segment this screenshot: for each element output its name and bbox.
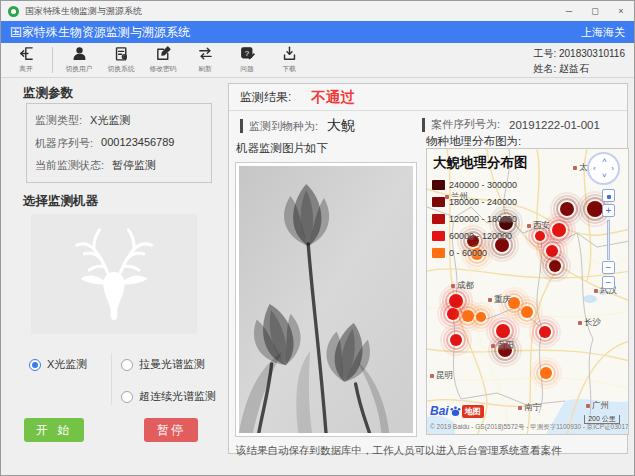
param-row-status: 当前监测状态:暂停监测: [35, 158, 203, 173]
zoom-slider[interactable]: [607, 220, 610, 260]
map-city-label: 西安: [527, 220, 550, 232]
monitor-params-box: 监测类型:X光监测 机器序列号:000123456789 当前监测状态:暂停监测: [26, 103, 212, 183]
species-cell: 监测到物种为: 大鲵: [240, 117, 355, 135]
legend-row: 0 - 60000: [432, 244, 517, 261]
question-button[interactable]: ? 问题: [226, 45, 268, 74]
legend-swatch: [432, 197, 445, 207]
app-icon: [8, 6, 19, 17]
legend-swatch: [432, 180, 445, 190]
case-label: 案件序列号为:: [431, 117, 500, 132]
map-city-label: 重庆: [488, 294, 511, 306]
xray-image-box: [235, 162, 417, 437]
worker-id-value: 201830310116: [559, 48, 625, 59]
machine-radio-group: X光监测 拉曼光谱监测 超连续光谱监测: [29, 353, 217, 405]
machine-section-title: 选择监测机器: [23, 193, 98, 210]
map-scale: 200 公里: [584, 415, 620, 424]
org-label: 上海海关: [581, 25, 625, 40]
map-city-label: 长沙: [578, 317, 601, 329]
zoom-in-button[interactable]: +: [602, 204, 615, 217]
download-icon: [281, 45, 298, 62]
zoom-reset-button[interactable]: [602, 189, 615, 202]
param-status-value: 暂停监测: [112, 158, 156, 173]
accent-bar: [240, 119, 243, 133]
close-icon[interactable]: ×: [608, 1, 634, 21]
download-button[interactable]: 下载: [268, 45, 310, 74]
species-label: 监测到物种为:: [249, 119, 318, 134]
case-value: 20191222-01-001: [509, 119, 600, 131]
zoom-out-button[interactable]: −: [602, 261, 615, 274]
start-button[interactable]: 开 始: [24, 418, 84, 442]
legend-swatch: [432, 231, 445, 241]
accent-bar: [422, 118, 425, 132]
map-zoom-control: + − −: [602, 189, 615, 291]
map-pan-control[interactable]: ˄˅‹›: [587, 152, 620, 185]
zoom-collapse-button[interactable]: −: [602, 276, 615, 289]
map-legend: 240000 - 300000 180000 - 240000 120000 -…: [432, 176, 517, 261]
exit-icon: [18, 45, 35, 62]
result-value: 不通过: [311, 88, 355, 107]
xray-tulips-image: [239, 166, 413, 433]
radio-xray[interactable]: X光监测: [29, 357, 87, 372]
machine-image-box: [31, 214, 197, 334]
map-attribution: © 2019 Baidu - GS(2018)5572号 - 甲测资字11009…: [430, 423, 629, 432]
toolbar-separator: [52, 47, 53, 73]
map-city-label: 贵阳: [491, 340, 514, 352]
window-title: 国家特殊生物监测与溯源系统: [25, 5, 142, 18]
minimize-icon[interactable]: ─: [556, 1, 582, 21]
xray-caption: 机器监测图片如下: [236, 141, 328, 156]
app-window: { "window": { "title": "国家特殊生物监测与溯源系统", …: [0, 0, 635, 476]
switch-system-button[interactable]: 切换系统: [100, 45, 142, 74]
leave-button[interactable]: 离开: [5, 45, 47, 74]
app-header-title: 国家特殊生物资源监测与溯源系统: [10, 24, 190, 41]
map-city-label: 成都: [451, 280, 474, 292]
radio-dot: [121, 391, 133, 403]
app-header: 国家特殊生物资源监测与溯源系统 上海海关: [1, 21, 634, 43]
distribution-map[interactable]: 太原兰州西安成都重庆武汉长沙贵阳昆明南宁广州 大鲵地理分布图 240000 - …: [426, 148, 629, 435]
refresh-icon: [197, 45, 214, 62]
param-row-serial: 机器序列号:000123456789: [35, 136, 203, 151]
legend-row: 120000 - 180000: [432, 210, 517, 227]
user-name-value: 赵益石: [559, 63, 589, 74]
legend-row: 60000 - 120000: [432, 227, 517, 244]
system-icon: [113, 45, 130, 62]
result-label: 监测结果:: [240, 89, 291, 106]
param-serial-value: 000123456789: [101, 136, 174, 151]
radio-dot: [121, 359, 133, 371]
legend-row: 240000 - 300000: [432, 176, 517, 193]
param-row-type: 监测类型:X光监测: [35, 113, 203, 128]
user-name-label: 姓名:: [533, 63, 556, 74]
pause-button[interactable]: 暂停: [144, 418, 198, 442]
change-password-button[interactable]: 修改密码: [142, 45, 184, 74]
radio-supercontinuum[interactable]: 超连续光谱监测: [121, 389, 216, 404]
legend-row: 180000 - 240000: [432, 193, 517, 210]
svg-text:?: ?: [244, 49, 249, 58]
question-icon: ?: [239, 45, 256, 62]
params-section-title: 监测参数: [23, 85, 73, 102]
legend-swatch: [432, 214, 445, 224]
radio-dot: [29, 359, 41, 371]
edit-icon: [155, 45, 172, 62]
user-icon: [71, 45, 88, 62]
map-caption: 物种地理分布图为:: [426, 134, 521, 149]
refresh-button[interactable]: 刷新: [184, 45, 226, 74]
map-city-label: 广州: [586, 400, 609, 412]
case-cell: 案件序列号为: 20191222-01-001: [422, 117, 600, 132]
legend-swatch: [432, 248, 445, 258]
result-note: 该结果自动保存到数据库中，工作人员可以进入后台管理系统查看案件: [236, 444, 562, 458]
worker-id-label: 工号:: [533, 48, 556, 59]
map-city-label: 南宁: [518, 402, 541, 414]
window-title-bar: 国家特殊生物监测与溯源系统 ─ ◻ ×: [1, 1, 634, 21]
species-value: 大鲵: [327, 117, 355, 135]
map-title: 大鲵地理分布图: [433, 154, 528, 172]
maximize-icon[interactable]: ◻: [582, 1, 608, 21]
radio-raman[interactable]: 拉曼光谱监测: [121, 357, 205, 372]
baidu-map-tag: 地图: [462, 405, 484, 418]
radio-divider: [111, 353, 112, 405]
deer-silhouette: [66, 224, 162, 324]
map-city-label: 昆明: [430, 370, 453, 382]
switch-user-button[interactable]: 切换用户: [58, 45, 100, 74]
baidu-logo: Bai 地图: [430, 404, 484, 418]
result-panel: 监测结果: 不通过 监测到物种为: 大鲵 案件序列号为: 20191222-01…: [228, 83, 628, 454]
baidu-paw-icon: [450, 405, 461, 417]
param-type-value: X光监测: [90, 113, 130, 128]
